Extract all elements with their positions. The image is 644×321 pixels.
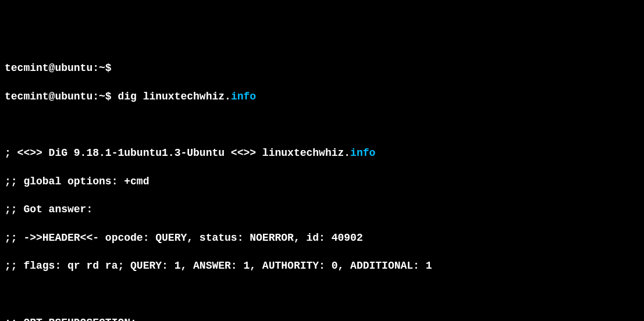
terminal-command-line[interactable]: tecmint@ubuntu:~$ dig linuxtechwhiz.info <box>5 90 639 104</box>
command-prefix: tecmint@ubuntu:~$ dig linuxtechwhiz. <box>5 91 231 102</box>
opt-section: ;; OPT PSEUDOSECTION: <box>5 316 639 321</box>
blank-line <box>5 287 639 301</box>
command-tld: info <box>231 91 256 102</box>
dig-header: ; <<>> DiG 9.18.1-1ubuntu1.3-Ubuntu <<>>… <box>5 146 639 160</box>
blank-line <box>5 117 639 131</box>
header-tld: info <box>350 147 375 159</box>
got-answer: ;; Got answer: <box>5 202 639 216</box>
global-options: ;; global options: +cmd <box>5 174 639 188</box>
prompt-text: tecmint@ubuntu:~$ <box>5 62 112 74</box>
flags-line: ;; flags: qr rd ra; QUERY: 1, ANSWER: 1,… <box>5 259 639 273</box>
header-flags: ;; ->>HEADER<<- opcode: QUERY, status: N… <box>5 231 639 245</box>
header-prefix: ; <<>> DiG 9.18.1-1ubuntu1.3-Ubuntu <<>>… <box>5 147 350 159</box>
terminal-prompt-empty: tecmint@ubuntu:~$ <box>5 61 639 75</box>
